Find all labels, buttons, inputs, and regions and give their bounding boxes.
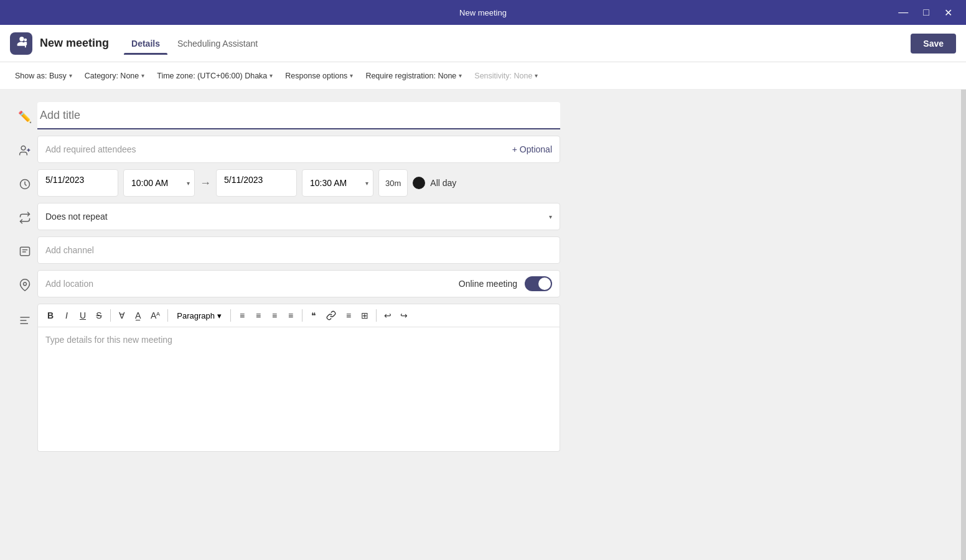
app-logo xyxy=(10,32,32,55)
numbered-list-button[interactable]: ≡ xyxy=(283,307,298,324)
location-field: Add location Online meeting xyxy=(37,270,560,297)
options-bar: Show as: Busy ▾ Category: None ▾ Time zo… xyxy=(0,62,966,90)
allday-toggle-circle[interactable] xyxy=(413,177,425,189)
strikethrough-button[interactable]: S xyxy=(91,307,106,324)
location-placeholder: Add location xyxy=(45,279,451,289)
title-field xyxy=(37,102,560,129)
link-icon xyxy=(326,310,336,320)
chevron-down-icon: ▾ xyxy=(459,72,462,79)
toolbar-separator xyxy=(230,309,231,322)
justify-button[interactable]: ≡ xyxy=(341,307,356,324)
attendees-field: Add required attendees + Optional xyxy=(37,136,560,163)
teams-logo-icon xyxy=(14,37,28,50)
repeat-field: Does not repeat ▾ xyxy=(37,203,560,230)
end-date-input[interactable]: 5/11/2023 xyxy=(216,169,297,197)
repeat-select[interactable]: Does not repeat ▾ xyxy=(37,203,560,230)
header-tabs: Details Scheduling Assistant xyxy=(124,34,911,54)
location-icon xyxy=(12,271,37,299)
title-input[interactable] xyxy=(37,102,560,129)
optional-link[interactable]: + Optional xyxy=(512,144,552,154)
undo-button[interactable]: ↩ xyxy=(380,307,395,324)
paragraph-dropdown[interactable]: Paragraph ▾ xyxy=(172,307,227,324)
align-left-button[interactable]: ≡ xyxy=(235,307,250,324)
bullet-list-button[interactable]: ≡ xyxy=(267,307,282,324)
svg-point-5 xyxy=(24,282,27,286)
align-center-button[interactable]: ≡ xyxy=(251,307,266,324)
font-color-button[interactable]: ∀ xyxy=(115,307,129,324)
toolbar-separator xyxy=(302,309,302,322)
location-input-area[interactable]: Add location Online meeting xyxy=(37,270,560,297)
tab-details[interactable]: Details xyxy=(124,34,167,54)
italic-button[interactable]: I xyxy=(59,307,74,324)
allday-toggle: All day xyxy=(413,177,456,189)
online-meeting-toggle[interactable] xyxy=(525,276,552,291)
svg-rect-2 xyxy=(21,247,30,255)
location-wrap: Add location Online meeting xyxy=(45,276,552,291)
repeat-row: Does not repeat ▾ xyxy=(12,203,961,231)
highlight-button[interactable]: A̲ xyxy=(131,307,146,324)
end-time-select[interactable]: 10:30 AM 11:00 AM xyxy=(302,169,373,197)
close-button[interactable]: ✕ xyxy=(940,6,956,20)
text-format-icon xyxy=(12,305,37,332)
font-size-button[interactable]: Aᴬ xyxy=(147,307,164,324)
window-controls: — □ ✕ xyxy=(894,6,956,20)
tab-scheduling[interactable]: Scheduling Assistant xyxy=(170,34,265,54)
editor-section: B I U S ∀ A̲ Aᴬ Paragraph ▾ ≡ ≡ xyxy=(37,304,560,452)
start-date-input[interactable]: 5/11/2023 xyxy=(37,169,118,197)
editor-toolbar: B I U S ∀ A̲ Aᴬ Paragraph ▾ ≡ ≡ xyxy=(37,304,560,327)
location-row: Add location Online meeting xyxy=(12,270,961,299)
start-time-select[interactable]: 10:00 AM 10:30 AM xyxy=(123,169,195,197)
chevron-down-icon: ▾ xyxy=(270,72,273,79)
window-title: New meeting xyxy=(459,8,507,17)
minimize-button[interactable]: — xyxy=(894,6,912,20)
repeat-icon xyxy=(12,204,37,231)
editor-body[interactable]: Type details for this new meeting xyxy=(37,327,560,452)
toolbar-separator xyxy=(110,309,111,322)
datetime-field: 5/11/2023 10:00 AM 10:30 AM ▾ → 5/11/202… xyxy=(37,169,560,197)
form-area: ✏️ Add required attendees + Optional xyxy=(0,90,961,560)
toolbar-separator xyxy=(167,309,168,322)
chevron-down-icon: ▾ xyxy=(535,72,538,79)
sensitivity-dropdown[interactable]: Sensitivity: None ▾ xyxy=(469,69,543,83)
redo-button[interactable]: ↪ xyxy=(396,307,411,324)
channel-row: Add channel xyxy=(12,236,961,265)
attendees-row: Add required attendees + Optional xyxy=(12,136,961,164)
end-time-wrapper: 10:30 AM 11:00 AM ▾ xyxy=(302,169,373,197)
scrollbar[interactable] xyxy=(961,90,966,560)
datetime-row: 5/11/2023 10:00 AM 10:30 AM ▾ → 5/11/202… xyxy=(12,169,961,198)
quote-button[interactable]: ❝ xyxy=(306,307,321,324)
bold-button[interactable]: B xyxy=(43,307,58,324)
chevron-down-icon: ▾ xyxy=(217,311,222,320)
channel-input[interactable]: Add channel xyxy=(37,236,560,264)
show-as-dropdown[interactable]: Show as: Busy ▾ xyxy=(10,69,77,83)
save-button[interactable]: Save xyxy=(911,34,956,54)
toolbar-separator xyxy=(376,309,377,322)
editor-row: B I U S ∀ A̲ Aᴬ Paragraph ▾ ≡ ≡ xyxy=(12,304,961,452)
response-dropdown[interactable]: Response options ▾ xyxy=(280,69,358,83)
maximize-button[interactable]: □ xyxy=(919,6,933,20)
chevron-down-icon: ▾ xyxy=(549,213,552,220)
main-content: ✏️ Add required attendees + Optional xyxy=(0,90,966,560)
registration-dropdown[interactable]: Require registration: None ▾ xyxy=(360,69,467,83)
arrow-right-icon: → xyxy=(200,177,211,190)
chevron-down-icon: ▾ xyxy=(141,72,144,79)
underline-button[interactable]: U xyxy=(75,307,90,324)
channel-field: Add channel xyxy=(37,236,560,264)
repeat-label: Does not repeat xyxy=(45,212,544,222)
attendees-input-area[interactable]: Add required attendees + Optional xyxy=(37,136,560,163)
svg-point-0 xyxy=(21,146,26,151)
title-row: ✏️ xyxy=(12,102,961,131)
allday-label: All day xyxy=(430,178,456,188)
datetime-inputs: 5/11/2023 10:00 AM 10:30 AM ▾ → 5/11/202… xyxy=(37,169,560,197)
pencil-icon: ✏️ xyxy=(12,103,37,131)
duration-badge: 30m xyxy=(378,169,408,197)
table-button[interactable]: ⊞ xyxy=(357,307,372,324)
attendees-placeholder: Add required attendees xyxy=(45,144,512,154)
title-bar: New meeting — □ ✕ xyxy=(0,0,966,25)
link-button[interactable] xyxy=(322,307,340,324)
category-dropdown[interactable]: Category: None ▾ xyxy=(80,69,150,83)
timezone-dropdown[interactable]: Time zone: (UTC+06:00) Dhaka ▾ xyxy=(152,69,278,83)
meeting-title: New meeting xyxy=(40,37,109,50)
chevron-down-icon: ▾ xyxy=(69,72,72,79)
clock-icon xyxy=(12,170,37,198)
